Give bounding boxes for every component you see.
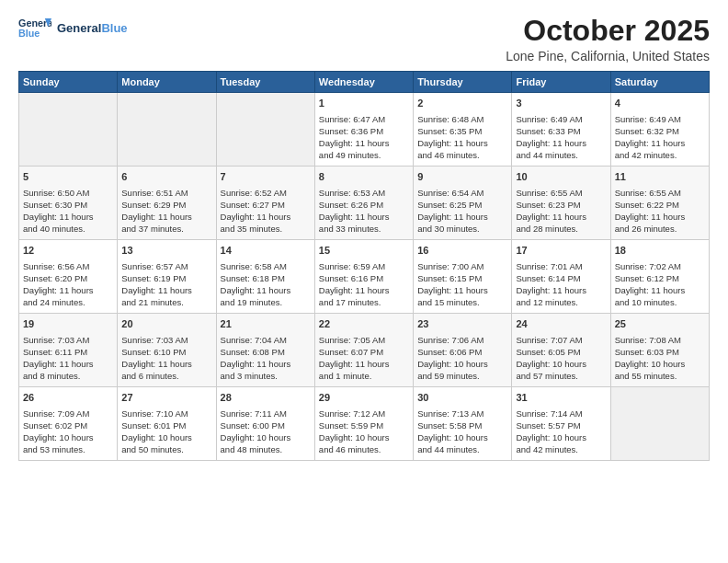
day-info: and 46 minutes. xyxy=(319,443,409,455)
calendar-cell: 6Sunrise: 6:51 AMSunset: 6:29 PMDaylight… xyxy=(118,167,216,240)
day-info: and 44 minutes. xyxy=(516,149,606,161)
day-info: Daylight: 11 hours xyxy=(615,137,705,149)
calendar-cell: 7Sunrise: 6:52 AMSunset: 6:27 PMDaylight… xyxy=(216,167,314,240)
calendar-cell: 13Sunrise: 6:57 AMSunset: 6:19 PMDayligh… xyxy=(118,240,216,314)
day-info: Sunset: 6:36 PM xyxy=(319,125,409,137)
calendar-cell: 9Sunrise: 6:54 AMSunset: 6:25 PMDaylight… xyxy=(414,167,512,240)
day-info: Daylight: 11 hours xyxy=(615,284,705,296)
day-number: 27 xyxy=(121,391,211,405)
day-info: and 19 minutes. xyxy=(221,296,311,308)
day-info: Daylight: 11 hours xyxy=(417,211,507,223)
day-info: Daylight: 11 hours xyxy=(516,211,606,223)
day-info: and 53 minutes. xyxy=(23,443,113,455)
day-info: Sunset: 6:05 PM xyxy=(516,346,606,358)
calendar-cell: 22Sunrise: 7:05 AMSunset: 6:07 PMDayligh… xyxy=(314,314,413,387)
day-number: 29 xyxy=(319,391,409,405)
day-info: Sunset: 6:14 PM xyxy=(516,272,606,284)
day-number: 21 xyxy=(221,317,311,331)
week-row-4: 19Sunrise: 7:03 AMSunset: 6:11 PMDayligh… xyxy=(19,314,710,387)
day-info: Daylight: 11 hours xyxy=(221,358,311,370)
day-info: Sunset: 6:10 PM xyxy=(121,346,211,358)
day-info: Sunset: 6:03 PM xyxy=(615,346,705,358)
col-wednesday: Wednesday xyxy=(314,72,413,93)
day-number: 30 xyxy=(417,391,507,405)
day-info: Sunset: 6:01 PM xyxy=(121,419,211,431)
calendar-cell: 19Sunrise: 7:03 AMSunset: 6:11 PMDayligh… xyxy=(19,314,118,387)
day-info: Sunrise: 7:06 AM xyxy=(417,334,507,346)
day-info: Daylight: 11 hours xyxy=(121,211,211,223)
day-info: Daylight: 11 hours xyxy=(615,211,705,223)
calendar-cell xyxy=(216,93,314,167)
day-number: 7 xyxy=(221,170,311,184)
day-info: Sunset: 6:15 PM xyxy=(417,272,507,284)
day-info: and 26 minutes. xyxy=(615,223,705,235)
day-info: Daylight: 10 hours xyxy=(121,431,211,443)
day-info: Sunset: 6:29 PM xyxy=(121,199,211,211)
day-info: Sunrise: 7:09 AM xyxy=(23,408,113,419)
day-info: Sunset: 6:06 PM xyxy=(417,346,507,358)
svg-text:Blue: Blue xyxy=(18,28,40,39)
day-number: 16 xyxy=(417,244,507,258)
calendar-cell: 26Sunrise: 7:09 AMSunset: 6:02 PMDayligh… xyxy=(19,387,118,461)
day-info: Sunset: 6:33 PM xyxy=(516,125,606,137)
day-info: Sunrise: 7:07 AM xyxy=(516,334,606,346)
calendar-cell xyxy=(19,93,118,167)
day-number: 15 xyxy=(319,244,409,258)
calendar-cell: 16Sunrise: 7:00 AMSunset: 6:15 PMDayligh… xyxy=(414,240,512,314)
day-number: 13 xyxy=(121,244,211,258)
day-info: Sunrise: 7:04 AM xyxy=(221,334,311,346)
day-info: and 37 minutes. xyxy=(121,223,211,235)
day-info: Daylight: 10 hours xyxy=(23,431,113,443)
calendar-cell: 5Sunrise: 6:50 AMSunset: 6:30 PMDaylight… xyxy=(19,167,118,240)
calendar-cell: 21Sunrise: 7:04 AMSunset: 6:08 PMDayligh… xyxy=(216,314,314,387)
calendar-cell: 31Sunrise: 7:14 AMSunset: 5:57 PMDayligh… xyxy=(512,387,610,461)
col-sunday: Sunday xyxy=(19,72,118,93)
day-info: Sunrise: 7:13 AM xyxy=(417,408,507,419)
week-row-1: 1Sunrise: 6:47 AMSunset: 6:36 PMDaylight… xyxy=(19,93,710,167)
calendar-cell: 24Sunrise: 7:07 AMSunset: 6:05 PMDayligh… xyxy=(512,314,610,387)
logo-icon: General Blue xyxy=(18,15,51,40)
day-info: Daylight: 11 hours xyxy=(417,137,507,149)
day-info: Sunset: 6:32 PM xyxy=(615,125,705,137)
day-number: 23 xyxy=(417,317,507,331)
day-number: 31 xyxy=(516,391,606,405)
day-info: Sunrise: 6:54 AM xyxy=(417,187,507,199)
day-info: Daylight: 11 hours xyxy=(319,284,409,296)
day-info: Daylight: 11 hours xyxy=(516,137,606,149)
calendar-cell: 23Sunrise: 7:06 AMSunset: 6:06 PMDayligh… xyxy=(414,314,512,387)
title-block: October 2025 Lone Pine, California, Unit… xyxy=(506,15,710,63)
day-number: 24 xyxy=(516,317,606,331)
day-info: Daylight: 11 hours xyxy=(23,284,113,296)
day-info: and 55 minutes. xyxy=(615,370,705,382)
day-info: Daylight: 11 hours xyxy=(121,284,211,296)
day-info: Sunset: 6:35 PM xyxy=(417,125,507,137)
day-info: Sunrise: 6:47 AM xyxy=(319,113,409,125)
calendar-cell: 29Sunrise: 7:12 AMSunset: 5:59 PMDayligh… xyxy=(314,387,413,461)
day-number: 17 xyxy=(516,244,606,258)
month-title: October 2025 xyxy=(506,15,710,47)
day-info: Daylight: 10 hours xyxy=(516,358,606,370)
calendar-cell: 11Sunrise: 6:55 AMSunset: 6:22 PMDayligh… xyxy=(610,167,709,240)
day-info: Sunset: 6:12 PM xyxy=(615,272,705,284)
day-info: and 59 minutes. xyxy=(417,370,507,382)
day-number: 20 xyxy=(121,317,211,331)
logo: General Blue GeneralBlue xyxy=(18,15,128,40)
day-number: 14 xyxy=(221,244,311,258)
day-info: Sunset: 6:07 PM xyxy=(319,346,409,358)
calendar-cell: 15Sunrise: 6:59 AMSunset: 6:16 PMDayligh… xyxy=(314,240,413,314)
day-number: 6 xyxy=(121,170,211,184)
day-info: Sunset: 5:58 PM xyxy=(417,419,507,431)
calendar-cell: 2Sunrise: 6:48 AMSunset: 6:35 PMDaylight… xyxy=(414,93,512,167)
day-number: 4 xyxy=(615,97,705,110)
day-info: Daylight: 10 hours xyxy=(417,431,507,443)
day-info: and 6 minutes. xyxy=(121,370,211,382)
logo-text: GeneralBlue xyxy=(57,21,128,35)
day-info: Sunset: 6:22 PM xyxy=(615,199,705,211)
day-info: Sunset: 6:27 PM xyxy=(221,199,311,211)
day-number: 22 xyxy=(319,317,409,331)
week-row-3: 12Sunrise: 6:56 AMSunset: 6:20 PMDayligh… xyxy=(19,240,710,314)
day-info: Sunrise: 6:57 AM xyxy=(121,260,211,272)
day-info: and 40 minutes. xyxy=(23,223,113,235)
day-info: Sunrise: 7:03 AM xyxy=(121,334,211,346)
day-info: Sunset: 6:18 PM xyxy=(221,272,311,284)
